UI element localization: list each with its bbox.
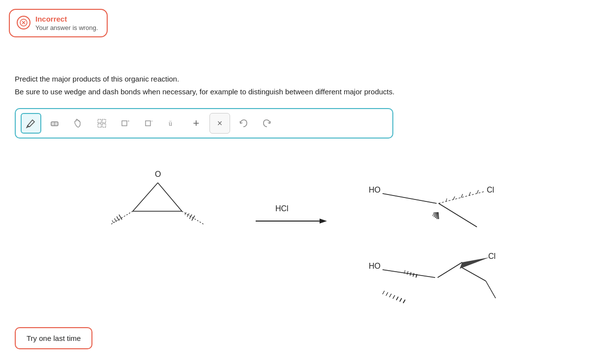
eraser-tool-button[interactable] [44,113,65,134]
svg-line-26 [192,216,195,221]
svg-line-17 [111,211,133,224]
undo-button[interactable] [233,113,254,134]
svg-line-51 [393,295,395,299]
close-x-button[interactable]: × [209,113,230,134]
hand-icon [73,118,84,129]
svg-line-57 [462,268,486,281]
svg-line-54 [403,300,405,303]
svg-line-15 [158,183,182,211]
hcl-label: HCl [275,204,289,213]
remove-atom-button[interactable]: − [139,113,159,134]
svg-line-52 [396,297,398,300]
pencil-tool-button[interactable] [21,113,41,134]
badge-text: Incorrect Your answer is wrong. [35,15,98,31]
svg-line-32 [453,196,455,199]
oxygen-label: O [155,170,161,178]
try-again-button[interactable]: Try one last time [15,327,92,349]
svg-line-53 [400,298,402,302]
plus-button[interactable]: + [186,113,206,134]
eraser-icon [49,118,60,129]
svg-line-42 [383,270,435,278]
ho-label-bottom: HO [369,262,381,270]
svg-line-19 [112,220,114,223]
svg-marker-56 [460,257,489,269]
add-atom-icon: + [120,118,131,129]
svg-marker-28 [320,219,327,224]
svg-line-14 [133,183,158,211]
element-picker-button[interactable]: ü [162,113,183,134]
plus-icon: + [193,118,200,129]
close-x-icon: × [217,118,223,129]
svg-rect-9 [122,121,127,126]
select-tool-button[interactable] [68,113,88,134]
ho-label-top: HO [369,186,381,194]
svg-line-40 [438,212,439,219]
add-atom-button[interactable]: + [115,113,136,134]
svg-line-29 [383,194,437,203]
svg-line-44 [407,271,408,275]
redo-icon [262,118,272,129]
chemistry-svg: O HCl HO [15,148,556,335]
svg-rect-5 [98,119,101,123]
element-picker-icon: ü [167,118,178,129]
svg-line-24 [187,214,189,217]
svg-line-36 [433,212,434,216]
svg-line-21 [117,217,119,221]
instructions: Predict the major products of this organ… [15,73,394,98]
svg-rect-11 [146,121,150,126]
svg-text:ü: ü [169,120,172,127]
svg-text:−: − [151,119,153,123]
svg-rect-6 [102,119,106,123]
instruction-line2: Be sure to use wedge and dash bonds when… [15,85,394,98]
svg-text:+: + [127,119,130,123]
svg-line-41 [439,203,477,227]
svg-rect-7 [98,124,101,127]
svg-line-25 [189,215,192,219]
undo-icon [238,118,249,129]
template-icon [96,118,107,129]
svg-line-20 [115,219,117,222]
svg-line-35 [477,190,478,194]
cl-label-bottom: Cl [488,252,496,260]
svg-line-48 [383,291,384,294]
incorrect-badge: Incorrect Your answer is wrong. [9,9,108,37]
remove-atom-icon: − [144,118,154,129]
svg-rect-8 [102,124,106,127]
svg-line-50 [389,294,391,297]
svg-line-55 [438,262,462,278]
instruction-line1: Predict the major products of this organ… [15,73,394,85]
template-tool-button[interactable] [91,113,112,134]
drawing-toolbar: + − ü + × [15,108,393,139]
svg-line-38 [436,212,436,218]
cl-label-top: Cl [487,186,494,194]
badge-subtitle: Your answer is wrong. [35,24,98,31]
svg-line-49 [386,292,388,296]
svg-line-46 [413,273,414,277]
drawing-area: O HCl HO [15,148,393,325]
badge-title: Incorrect [35,15,98,23]
svg-line-58 [486,281,496,298]
svg-line-45 [410,272,411,276]
redo-button[interactable] [257,113,277,134]
pencil-icon [26,118,36,129]
incorrect-icon [17,16,30,29]
svg-line-37 [434,212,435,217]
